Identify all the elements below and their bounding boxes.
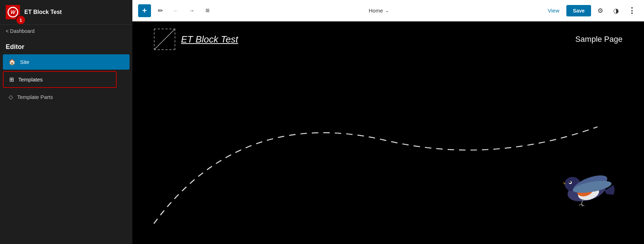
edit-button[interactable]: ✏: [154, 4, 167, 17]
chevron-down-icon: ⌄: [385, 8, 389, 13]
svg-line-11: [579, 204, 581, 205]
menu-icon: ≡: [205, 6, 210, 15]
wp-logo-letter: W: [10, 9, 15, 15]
canvas-site-title: ET Block Test: [181, 34, 238, 45]
wp-logo-inner: W: [8, 7, 18, 18]
undo-button[interactable]: ←: [170, 4, 182, 17]
more-options-button[interactable]: ⋮: [625, 4, 638, 17]
sidebar-header: W 1 ET Block Test: [0, 0, 132, 25]
add-block-button[interactable]: +: [138, 4, 151, 17]
sidebar-item-site-label: Site: [20, 59, 29, 65]
redo-button[interactable]: →: [185, 4, 198, 17]
sidebar-item-site[interactable]: 🏠 Site: [3, 54, 130, 70]
bird-svg: [551, 158, 623, 215]
home-button[interactable]: Home ⌄: [365, 5, 393, 16]
bird-illustration: [551, 158, 623, 215]
editor-label: Editor: [0, 38, 132, 54]
badge-1: 1: [16, 15, 26, 25]
home-icon: 🏠: [9, 59, 16, 65]
template-parts-icon: ◇: [9, 94, 13, 100]
view-button[interactable]: View: [543, 5, 564, 16]
dashboard-link-text: < Dashboard: [6, 28, 35, 34]
more-options-icon: ⋮: [628, 6, 636, 15]
sidebar: W 1 ET Block Test < Dashboard Editor 🏠 S…: [0, 0, 132, 244]
undo-icon: ←: [173, 8, 179, 14]
settings-icon: ⚙: [597, 7, 603, 15]
contrast-icon: ◑: [613, 7, 619, 15]
sidebar-item-templates-label: Templates: [18, 76, 43, 83]
svg-point-5: [569, 181, 571, 183]
sidebar-item-templates[interactable]: ⊞ Templates: [3, 71, 117, 88]
app-container: W 1 ET Block Test < Dashboard Editor 🏠 S…: [0, 0, 644, 244]
canvas-sample-page: Sample Page: [575, 35, 623, 44]
sidebar-item-template-parts[interactable]: ◇ Template Parts: [3, 89, 130, 105]
redo-icon: →: [189, 8, 195, 14]
main-area: + ✏ ← → ≡ Home ⌄ View Save: [132, 0, 644, 244]
canvas-header: ET Block Test Sample Page: [132, 21, 644, 57]
contrast-button[interactable]: ◑: [610, 4, 623, 17]
toolbar-center: Home ⌄: [217, 5, 541, 16]
sidebar-item-template-parts-label: Template Parts: [17, 94, 53, 100]
home-label: Home: [369, 8, 383, 14]
edit-icon: ✏: [158, 7, 163, 15]
canvas-logo-placeholder: [154, 29, 175, 50]
site-title: ET Block Test: [24, 9, 62, 15]
toolbar: + ✏ ← → ≡ Home ⌄ View Save: [132, 0, 644, 21]
templates-icon: ⊞: [9, 76, 14, 83]
toolbar-right: View Save ⚙ ◑ ⋮: [543, 4, 638, 17]
settings-button[interactable]: ⚙: [594, 4, 607, 17]
save-button[interactable]: Save: [566, 5, 591, 16]
menu-button[interactable]: ≡: [201, 4, 214, 17]
dashboard-link[interactable]: < Dashboard: [0, 25, 132, 38]
canvas-logo-area: ET Block Test: [154, 29, 238, 50]
canvas: ET Block Test Sample Page: [132, 21, 644, 244]
